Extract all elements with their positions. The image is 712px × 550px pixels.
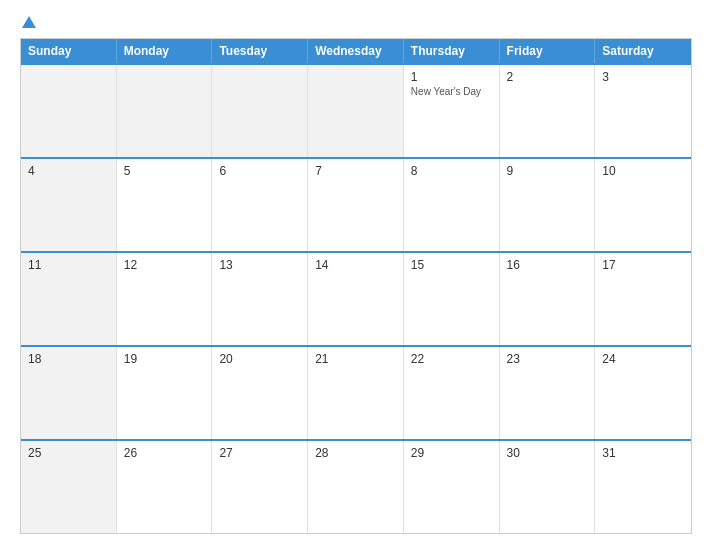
day-number: 13 <box>219 258 300 272</box>
header-cell-saturday: Saturday <box>595 39 691 63</box>
day-number: 16 <box>507 258 588 272</box>
day-number: 20 <box>219 352 300 366</box>
day-number: 31 <box>602 446 684 460</box>
week-row-4: 18192021222324 <box>21 345 691 439</box>
cal-cell-9: 9 <box>500 159 596 251</box>
day-number: 3 <box>602 70 684 84</box>
cal-cell-empty <box>212 65 308 157</box>
cal-cell-empty <box>117 65 213 157</box>
cal-cell-22: 22 <box>404 347 500 439</box>
cal-cell-26: 26 <box>117 441 213 533</box>
week-row-3: 11121314151617 <box>21 251 691 345</box>
header-cell-tuesday: Tuesday <box>212 39 308 63</box>
day-number: 29 <box>411 446 492 460</box>
cal-cell-17: 17 <box>595 253 691 345</box>
cal-cell-21: 21 <box>308 347 404 439</box>
cal-cell-2: 2 <box>500 65 596 157</box>
header-cell-sunday: Sunday <box>21 39 117 63</box>
day-number: 22 <box>411 352 492 366</box>
week-row-5: 25262728293031 <box>21 439 691 533</box>
cal-cell-19: 19 <box>117 347 213 439</box>
cal-cell-29: 29 <box>404 441 500 533</box>
day-number: 21 <box>315 352 396 366</box>
cal-cell-empty <box>308 65 404 157</box>
logo <box>20 16 36 28</box>
cal-cell-6: 6 <box>212 159 308 251</box>
calendar-grid: SundayMondayTuesdayWednesdayThursdayFrid… <box>20 38 692 534</box>
day-number: 14 <box>315 258 396 272</box>
week-row-1: 1New Year's Day23 <box>21 63 691 157</box>
day-number: 25 <box>28 446 109 460</box>
day-number: 8 <box>411 164 492 178</box>
cal-cell-30: 30 <box>500 441 596 533</box>
cal-cell-1: 1New Year's Day <box>404 65 500 157</box>
cal-cell-31: 31 <box>595 441 691 533</box>
day-number: 24 <box>602 352 684 366</box>
cal-cell-23: 23 <box>500 347 596 439</box>
day-number: 18 <box>28 352 109 366</box>
cal-cell-25: 25 <box>21 441 117 533</box>
day-number: 28 <box>315 446 396 460</box>
cal-cell-18: 18 <box>21 347 117 439</box>
cal-cell-12: 12 <box>117 253 213 345</box>
header-cell-monday: Monday <box>117 39 213 63</box>
cal-cell-15: 15 <box>404 253 500 345</box>
cal-cell-8: 8 <box>404 159 500 251</box>
day-number: 1 <box>411 70 492 84</box>
day-number: 23 <box>507 352 588 366</box>
header-cell-friday: Friday <box>500 39 596 63</box>
cal-cell-24: 24 <box>595 347 691 439</box>
day-number: 2 <box>507 70 588 84</box>
day-number: 17 <box>602 258 684 272</box>
cal-cell-16: 16 <box>500 253 596 345</box>
cal-cell-28: 28 <box>308 441 404 533</box>
day-number: 6 <box>219 164 300 178</box>
day-number: 19 <box>124 352 205 366</box>
week-row-2: 45678910 <box>21 157 691 251</box>
cal-cell-27: 27 <box>212 441 308 533</box>
day-number: 7 <box>315 164 396 178</box>
cal-cell-3: 3 <box>595 65 691 157</box>
cal-cell-7: 7 <box>308 159 404 251</box>
cal-cell-13: 13 <box>212 253 308 345</box>
cal-cell-20: 20 <box>212 347 308 439</box>
calendar-header-row: SundayMondayTuesdayWednesdayThursdayFrid… <box>21 39 691 63</box>
logo-triangle-icon <box>22 16 36 28</box>
day-number: 11 <box>28 258 109 272</box>
holiday-label: New Year's Day <box>411 86 492 97</box>
cal-cell-empty <box>21 65 117 157</box>
cal-cell-5: 5 <box>117 159 213 251</box>
page-header <box>20 16 692 28</box>
day-number: 9 <box>507 164 588 178</box>
cal-cell-10: 10 <box>595 159 691 251</box>
header-cell-wednesday: Wednesday <box>308 39 404 63</box>
day-number: 12 <box>124 258 205 272</box>
day-number: 4 <box>28 164 109 178</box>
cal-cell-11: 11 <box>21 253 117 345</box>
cal-cell-4: 4 <box>21 159 117 251</box>
cal-cell-14: 14 <box>308 253 404 345</box>
day-number: 30 <box>507 446 588 460</box>
day-number: 10 <box>602 164 684 178</box>
day-number: 26 <box>124 446 205 460</box>
calendar-page: SundayMondayTuesdayWednesdayThursdayFrid… <box>0 0 712 550</box>
calendar-body: 1New Year's Day2345678910111213141516171… <box>21 63 691 533</box>
day-number: 5 <box>124 164 205 178</box>
header-cell-thursday: Thursday <box>404 39 500 63</box>
day-number: 27 <box>219 446 300 460</box>
day-number: 15 <box>411 258 492 272</box>
